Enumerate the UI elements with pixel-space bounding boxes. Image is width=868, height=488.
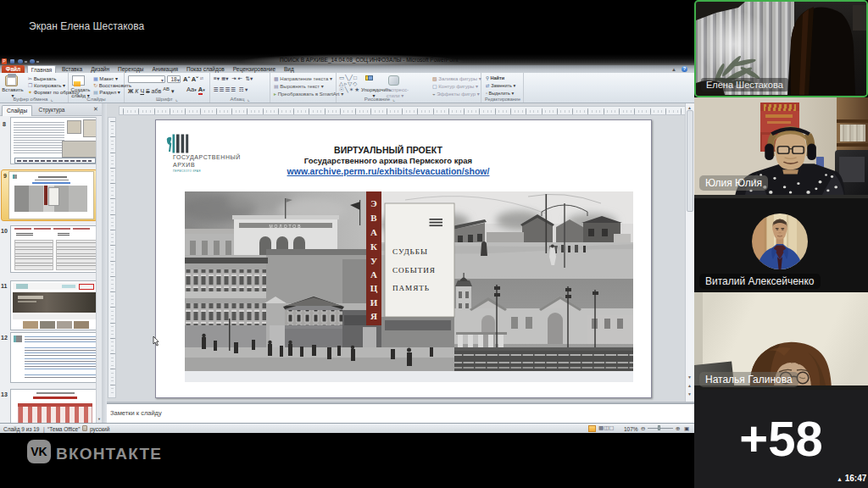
svg-text:СОБЫТИЯ: СОБЫТИЯ — [392, 266, 436, 274]
svg-text:ПАМЯТЬ: ПАМЯТЬ — [392, 284, 430, 292]
svg-text:Ц: Ц — [370, 283, 378, 293]
svg-text:А: А — [370, 269, 377, 280]
svg-text:А: А — [370, 227, 377, 237]
svg-text:У: У — [370, 256, 377, 266]
svg-text:И: И — [370, 297, 378, 308]
svg-text:Э: Э — [370, 198, 376, 208]
svg-text:Я: Я — [370, 311, 377, 321]
svg-text:К: К — [370, 241, 377, 252]
svg-text:В: В — [370, 213, 377, 223]
svg-text:СУДЬБЫ: СУДЬБЫ — [392, 247, 428, 256]
